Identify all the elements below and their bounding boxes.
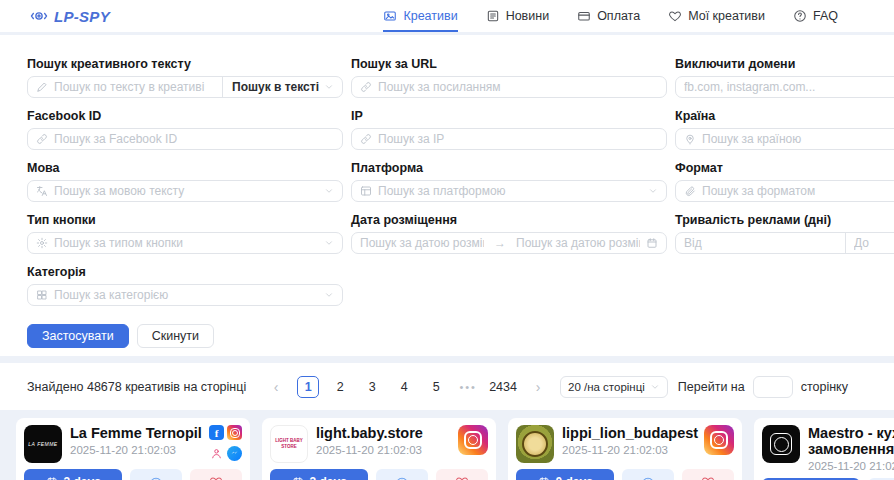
field-label: IP	[351, 109, 667, 123]
creative-text-input-group: Пошук в тексті	[27, 76, 343, 98]
pagination: ‹ 1 2 3 4 5 ••• 2434 ›	[260, 376, 554, 398]
creative-card[interactable]: LIGHT BABY STORE light.baby.store 2025-1…	[262, 418, 496, 480]
text-search-mode-select[interactable]: Пошук в тексті	[222, 77, 334, 97]
pin-icon	[684, 133, 696, 145]
chevron-down-icon	[324, 186, 334, 196]
creative-text-input[interactable]	[54, 80, 214, 94]
platform-select[interactable]	[351, 180, 667, 202]
nav-label: Оплата	[597, 9, 640, 23]
facebook-icon: f	[209, 425, 224, 440]
chevron-down-icon	[324, 238, 334, 248]
date-to-input[interactable]	[516, 236, 640, 250]
nav-item-news[interactable]: Новини	[486, 0, 550, 32]
pagination-ellipsis[interactable]: •••	[457, 376, 479, 398]
ip-input[interactable]	[378, 132, 658, 146]
pagination-prev-button[interactable]: ‹	[265, 376, 287, 398]
button-type-select[interactable]	[27, 232, 343, 254]
creative-cards-row: LA FEMME La Femme Ternopil 2025-11-20 21…	[0, 410, 894, 480]
pagination-page-2[interactable]: 2	[329, 376, 351, 398]
instagram-icon	[704, 425, 734, 455]
duration-range-group	[675, 232, 894, 254]
link-icon	[36, 133, 48, 145]
view-button[interactable]	[130, 469, 182, 480]
format-input[interactable]	[702, 184, 894, 198]
results-count: Знайдено 48678 креативів на сторінці	[27, 380, 246, 394]
view-button[interactable]	[376, 469, 428, 480]
exclude-domains-input[interactable]	[684, 80, 894, 94]
platform-icons	[458, 425, 488, 463]
eye-icon	[641, 475, 655, 480]
creative-card[interactable]: Maestro - кухні, ме замовлення в Ужго 20…	[754, 418, 894, 480]
creative-name: light.baby.store	[316, 425, 423, 441]
creative-name: La Femme Ternopil	[70, 425, 201, 441]
duration-to-input[interactable]	[854, 236, 894, 250]
pagination-page-5[interactable]: 5	[425, 376, 447, 398]
button-type-input[interactable]	[54, 236, 318, 250]
date-from-input[interactable]	[360, 236, 484, 250]
app-logo[interactable]: LP-SPY	[30, 0, 110, 32]
favorite-button[interactable]	[436, 469, 488, 480]
creative-card[interactable]: LA FEMME La Femme Ternopil 2025-11-20 21…	[16, 418, 250, 480]
goto-page-input[interactable]	[753, 376, 793, 398]
favorite-button[interactable]	[190, 469, 242, 480]
facebook-id-input[interactable]	[54, 132, 334, 146]
calendar-icon	[646, 237, 658, 249]
news-icon	[486, 9, 500, 23]
top-bar: LP-SPY Креативи Новини Оплата Мої креати…	[0, 0, 894, 32]
question-icon	[793, 9, 807, 23]
category-select[interactable]	[27, 284, 343, 306]
pagination-page-1[interactable]: 1	[297, 376, 319, 398]
days-button[interactable]: 3 days	[270, 469, 368, 480]
heart-icon	[668, 9, 682, 23]
pagination-page-3[interactable]: 3	[361, 376, 383, 398]
field-ip: IP	[351, 109, 667, 150]
instagram-icon	[458, 425, 488, 455]
field-language: Мова	[27, 161, 343, 202]
instagram-icon	[227, 425, 242, 440]
nav-label: Креативи	[403, 9, 457, 23]
duration-from-input[interactable]	[684, 236, 839, 250]
pagination-next-button[interactable]: ›	[527, 376, 549, 398]
field-label: Платформа	[351, 161, 667, 175]
picture-icon	[383, 9, 397, 23]
calendar-icon	[538, 476, 550, 480]
nav-item-faq[interactable]: FAQ	[793, 0, 838, 32]
format-select[interactable]	[675, 180, 894, 202]
field-label: Категорія	[27, 265, 343, 279]
view-button[interactable]	[622, 469, 674, 480]
field-ad-duration: Тривалість реклами (дні)	[675, 213, 894, 254]
language-select[interactable]	[27, 180, 343, 202]
calendar-icon	[46, 476, 58, 480]
field-label: Країна	[675, 109, 894, 123]
country-input[interactable]	[702, 132, 894, 146]
reset-button[interactable]: Скинути	[137, 324, 214, 348]
url-input[interactable]	[378, 80, 658, 94]
platform-input[interactable]	[378, 184, 642, 198]
creative-card[interactable]: lippi_lion_budapest 2025-11-20 21:02:03 …	[508, 418, 742, 480]
page-size-select[interactable]: 20 /на сторінці	[560, 376, 668, 398]
days-button[interactable]: 3 days	[24, 469, 122, 480]
goto-suffix-label: сторінку	[801, 380, 848, 394]
nav-item-creatives[interactable]: Креативи	[383, 0, 457, 32]
nav-label: Мої креативи	[688, 9, 765, 23]
favorite-button[interactable]	[682, 469, 734, 480]
category-input[interactable]	[54, 288, 318, 302]
nav-item-payment[interactable]: Оплата	[577, 0, 640, 32]
chevron-down-icon	[324, 82, 334, 92]
chevron-down-icon	[650, 382, 660, 392]
url-input-group	[351, 76, 667, 98]
days-label: 3 days	[310, 475, 347, 480]
heart-icon	[209, 475, 223, 480]
calendar-icon	[292, 476, 304, 480]
field-platform: Платформа	[351, 161, 667, 202]
field-label: Мова	[27, 161, 343, 175]
creative-date: 2025-11-20 21:02:03	[316, 444, 423, 456]
pagination-page-4[interactable]: 4	[393, 376, 415, 398]
date-range-picker[interactable]: →	[351, 232, 667, 254]
nav-item-my-creatives[interactable]: Мої креативи	[668, 0, 765, 32]
apply-button[interactable]: Застосувати	[27, 324, 129, 348]
pagination-page-last[interactable]: 2434	[489, 376, 517, 398]
days-button[interactable]: 0 days	[516, 469, 614, 480]
language-input[interactable]	[54, 184, 318, 198]
eye-icon	[149, 475, 163, 480]
